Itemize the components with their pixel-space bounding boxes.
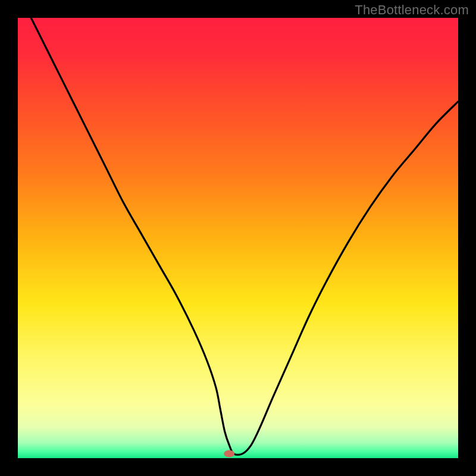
gradient-background (18, 18, 458, 458)
bottleneck-chart (18, 18, 458, 458)
outer-frame: TheBottleneck.com (0, 0, 476, 476)
plot-area (18, 18, 458, 458)
watermark-text: TheBottleneck.com (355, 2, 469, 18)
optimum-marker (224, 450, 234, 458)
